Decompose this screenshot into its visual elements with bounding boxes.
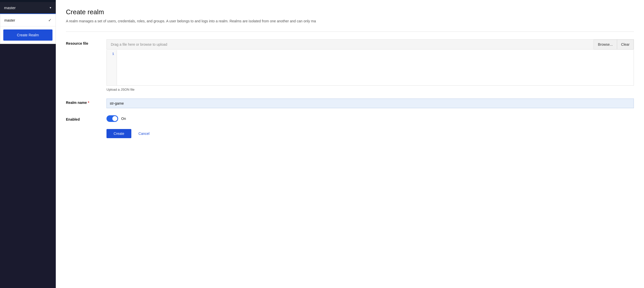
toggle-state-label: On (121, 117, 126, 121)
code-editor: 1 (106, 50, 634, 86)
chevron-down-icon: ▼ (49, 6, 52, 9)
realm-name-control-group (106, 99, 634, 108)
checkmark-icon: ✓ (48, 18, 51, 23)
upload-hint: Upload a JSON file (106, 88, 634, 91)
create-button[interactable]: Create (106, 129, 131, 138)
browse-button[interactable]: Browse... (594, 39, 617, 50)
realm-dropdown: master ✓ Create Realm (0, 14, 56, 44)
line-number-1: 1 (109, 52, 114, 56)
file-drop-placeholder: Drag a file here or browse to upload (111, 42, 167, 46)
realm-selector-label: master (4, 6, 16, 10)
section-divider (66, 31, 634, 32)
realm-name-label: Realm name * (66, 99, 106, 105)
required-indicator: * (88, 101, 89, 105)
enabled-row: Enabled On (66, 115, 634, 122)
main-content: Create realm A realm manages a set of us… (56, 0, 644, 288)
realm-dropdown-item-master[interactable]: master ✓ (0, 14, 56, 26)
clear-button[interactable]: Clear (617, 39, 634, 50)
create-realm-button[interactable]: Create Realm (3, 29, 52, 41)
realm-name-input[interactable] (106, 99, 634, 108)
resource-file-control-group: Drag a file here or browse to upload Bro… (106, 39, 634, 91)
action-buttons: Create Cancel (66, 129, 634, 138)
enabled-label: Enabled (66, 115, 106, 121)
enabled-toggle[interactable] (106, 115, 118, 122)
file-drop-zone[interactable]: Drag a file here or browse to upload (106, 39, 594, 50)
page-title: Create realm (66, 8, 634, 16)
create-realm-form: Resource file Drag a file here or browse… (66, 39, 634, 138)
resource-file-label: Resource file (66, 39, 106, 45)
enabled-control-group: On (106, 115, 634, 122)
line-numbers: 1 (107, 50, 117, 85)
file-upload-row: Drag a file here or browse to upload Bro… (106, 39, 634, 50)
sidebar-top-bar (0, 0, 56, 2)
cancel-button[interactable]: Cancel (136, 129, 152, 138)
toggle-slider (106, 115, 118, 122)
page-description: A realm manages a set of users, credenti… (66, 19, 634, 24)
realm-name-row: Realm name * (66, 99, 634, 108)
code-content-input[interactable] (117, 50, 634, 85)
toggle-row: On (106, 115, 634, 122)
realm-selector-button[interactable]: master ▼ (0, 2, 56, 14)
resource-file-row: Resource file Drag a file here or browse… (66, 39, 634, 91)
sidebar: master ▼ master ✓ Create Realm (0, 0, 56, 288)
realm-dropdown-item-label: master (4, 18, 15, 22)
